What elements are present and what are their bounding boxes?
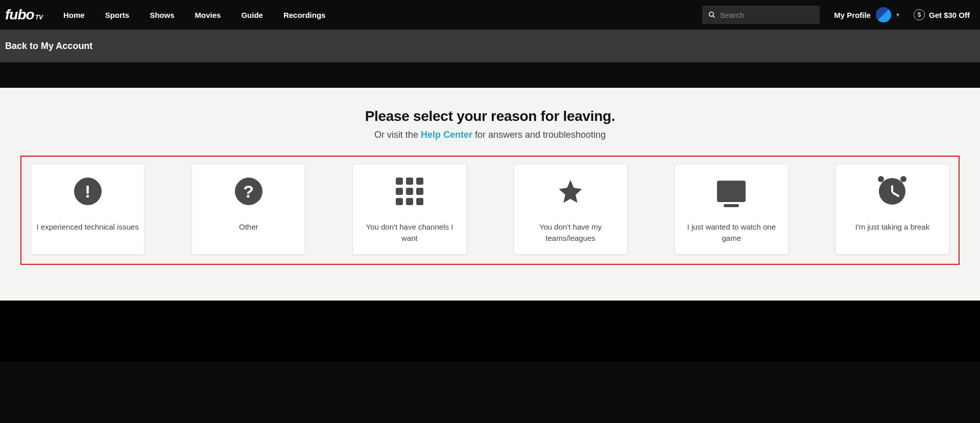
card-label: Other: [239, 221, 258, 233]
chevron-down-icon: ▾: [896, 11, 899, 18]
dollar-icon: $: [914, 9, 925, 20]
card-label: I experienced technical issues: [37, 221, 139, 233]
subtitle-suffix: for answers and troubleshooting: [472, 130, 606, 140]
monitor-icon: [717, 177, 746, 206]
svg-point-0: [709, 12, 713, 16]
header-right: My Profile ▾ $ Get $30 Off: [702, 6, 970, 24]
card-label: You don't have my teams/leagues: [519, 221, 622, 244]
card-one-game[interactable]: I just wanted to watch one game: [675, 164, 788, 255]
card-technical-issues[interactable]: ! I experienced technical issues: [31, 164, 145, 255]
profile-label: My Profile: [834, 11, 871, 19]
nav-home[interactable]: Home: [63, 11, 85, 19]
card-other[interactable]: ? Other: [192, 164, 305, 255]
nav-shows[interactable]: Shows: [150, 11, 174, 19]
heading-block: Please select your reason for leaving. O…: [0, 108, 980, 140]
logo-suffix: TV: [35, 14, 43, 21]
svg-line-1: [713, 16, 715, 18]
reason-cards: ! I experienced technical issues ? Other…: [31, 164, 949, 255]
back-to-account-link[interactable]: Back to My Account: [5, 41, 92, 52]
spacer: [0, 62, 980, 88]
page-subtitle: Or visit the Help Center for answers and…: [0, 130, 980, 140]
logo-main: fubo: [5, 7, 34, 23]
primary-nav: Home Sports Shows Movies Guide Recording…: [63, 11, 702, 19]
card-label: You don't have channels I want: [358, 221, 461, 244]
offer-link[interactable]: $ Get $30 Off: [914, 9, 970, 20]
subtitle-prefix: Or visit the: [374, 130, 421, 140]
nav-sports[interactable]: Sports: [105, 11, 130, 19]
nav-recordings[interactable]: Recordings: [283, 11, 326, 19]
exclamation-icon: !: [74, 177, 102, 206]
reason-cards-highlight: ! I experienced technical issues ? Other…: [20, 156, 960, 265]
card-missing-teams[interactable]: You don't have my teams/leagues: [514, 164, 628, 255]
card-label: I'm just taking a break: [855, 221, 929, 233]
profile-menu[interactable]: My Profile ▾: [834, 7, 899, 22]
logo[interactable]: fubo TV: [5, 7, 43, 23]
help-center-link[interactable]: Help Center: [421, 130, 472, 140]
search-icon: [708, 11, 715, 19]
nav-guide[interactable]: Guide: [241, 11, 263, 19]
page-title: Please select your reason for leaving.: [0, 108, 980, 125]
question-icon: ?: [235, 177, 262, 206]
subheader: Back to My Account: [0, 30, 980, 62]
alarm-clock-icon: [879, 177, 905, 206]
avatar: [876, 7, 891, 22]
card-taking-break[interactable]: I'm just taking a break: [835, 164, 949, 255]
nav-movies[interactable]: Movies: [195, 11, 221, 19]
content-area: Please select your reason for leaving. O…: [0, 88, 980, 301]
grid-icon: [396, 177, 423, 206]
card-missing-channels[interactable]: You don't have channels I want: [352, 164, 466, 255]
top-header: fubo TV Home Sports Shows Movies Guide R…: [0, 0, 980, 30]
star-icon: [557, 177, 584, 206]
search-box[interactable]: [702, 6, 820, 24]
search-input[interactable]: [720, 11, 814, 19]
footer-area: [0, 301, 980, 362]
card-label: I just wanted to watch one game: [680, 221, 783, 244]
offer-label: Get $30 Off: [929, 11, 970, 19]
